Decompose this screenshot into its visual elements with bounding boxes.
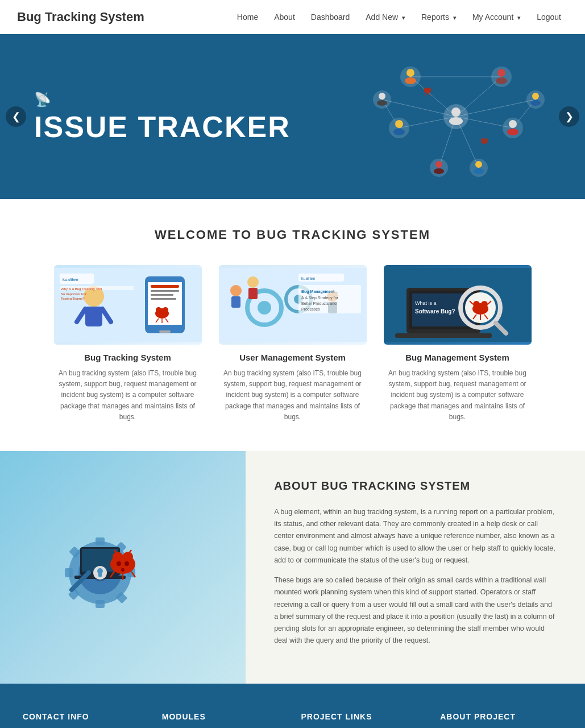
nav-link-about[interactable]: About xyxy=(267,8,302,26)
svg-point-15 xyxy=(406,69,414,77)
nav-item-about[interactable]: About xyxy=(267,8,302,26)
svg-point-45 xyxy=(484,138,488,142)
svg-rect-51 xyxy=(151,290,179,292)
svg-rect-78 xyxy=(248,288,258,299)
svg-rect-110 xyxy=(96,600,105,608)
about-image xyxy=(0,451,246,684)
nav-links: Home About Dashboard Add New ▾ Reports ▾… xyxy=(230,8,568,26)
svg-rect-49 xyxy=(159,330,171,333)
svg-rect-48 xyxy=(148,282,182,325)
nav-link-addnew[interactable]: Add New ▾ xyxy=(359,8,412,26)
svg-line-41 xyxy=(424,93,428,96)
svg-text:Testing Teams?: Testing Teams? xyxy=(61,297,85,300)
card-image-1: kualitee Why is a Bug Tracking Tool So I… xyxy=(54,265,202,345)
hero-content: 📡 ISSUE TRACKER xyxy=(0,69,327,164)
about-paragraph-2: These bugs are so called because of thei… xyxy=(274,574,557,647)
svg-point-121 xyxy=(113,552,123,562)
card-image-2: kualitee Bug Management – A 4-Step Strat… xyxy=(219,265,367,345)
nav-item-reports[interactable]: Reports ▾ xyxy=(414,8,463,26)
svg-rect-133 xyxy=(98,572,102,577)
card-illustration-3: What is a Software Bug? xyxy=(384,268,532,342)
svg-rect-91 xyxy=(395,333,492,338)
about-paragraph-1: A bug element, within an bug tracking sy… xyxy=(274,506,557,566)
svg-point-55 xyxy=(156,307,161,313)
svg-text:Processes: Processes xyxy=(301,307,320,311)
nav-item-account[interactable]: My Account ▾ xyxy=(466,8,528,26)
card-illustration-2: kualitee Bug Management – A 4-Step Strat… xyxy=(219,268,367,342)
svg-point-75 xyxy=(230,285,242,296)
svg-point-56 xyxy=(163,307,168,313)
svg-point-128 xyxy=(117,561,121,566)
footer-modules-heading: MODULES xyxy=(162,712,284,721)
svg-point-19 xyxy=(496,77,507,84)
svg-rect-109 xyxy=(96,537,105,545)
svg-point-72 xyxy=(258,301,271,315)
card-user-mgmt: kualitee Bug Management – A 4-Step Strat… xyxy=(219,265,367,423)
footer-about-project: ABOUT PROJECT A bug element, within an b… xyxy=(440,712,562,728)
welcome-heading: WELCOME TO BUG TRACKING SYSTEM xyxy=(17,228,568,242)
svg-text:Better Products and: Better Products and xyxy=(301,301,337,305)
svg-point-13 xyxy=(449,117,463,125)
about-heading: ABOUT BUG TRACKING SYSTEM xyxy=(274,479,557,493)
carousel-prev-button[interactable]: ❮ xyxy=(6,106,26,127)
nav-link-logout[interactable]: Logout xyxy=(530,8,568,26)
nav-item-logout[interactable]: Logout xyxy=(530,8,568,26)
hero-title: ISSUE TRACKER xyxy=(34,112,293,142)
footer-project-links: PROJECT LINKS Home About Us Contact Logi… xyxy=(301,712,424,728)
svg-point-18 xyxy=(497,69,505,77)
svg-rect-112 xyxy=(65,568,73,577)
card-desc-1: An bug tracking system (also ITS, troubl… xyxy=(54,368,202,423)
nav-item-addnew[interactable]: Add New ▾ xyxy=(359,8,412,26)
nav-link-account[interactable]: My Account ▾ xyxy=(466,8,528,26)
svg-text:kualitee: kualitee xyxy=(301,276,315,280)
card-title-3: Bug Management System xyxy=(384,353,532,362)
svg-point-129 xyxy=(125,561,129,566)
about-illustration xyxy=(60,516,185,618)
hero-illustration xyxy=(354,43,558,191)
card-title-1: Bug Tracking System xyxy=(54,353,202,362)
chevron-down-icon: ▾ xyxy=(402,14,405,21)
nav-link-reports[interactable]: Reports ▾ xyxy=(414,8,463,26)
card-bug-mgmt: What is a Software Bug? Bug Management S… xyxy=(384,265,532,423)
svg-point-34 xyxy=(377,100,387,106)
chevron-down-icon: ▾ xyxy=(517,14,521,21)
svg-point-77 xyxy=(247,276,259,288)
nav-item-home[interactable]: Home xyxy=(230,8,265,26)
svg-point-39 xyxy=(424,88,428,91)
footer-contact-heading: CONTACT INFO xyxy=(23,712,145,721)
svg-point-27 xyxy=(435,161,442,168)
svg-rect-61 xyxy=(85,307,102,326)
svg-point-40 xyxy=(428,88,431,91)
hero-image xyxy=(327,34,586,199)
brand-logo[interactable]: Bug Tracking System xyxy=(17,10,144,24)
svg-point-24 xyxy=(509,120,517,128)
svg-point-25 xyxy=(507,129,518,135)
svg-point-44 xyxy=(481,138,484,142)
footer-contact: CONTACT INFO ⌂ Address: No.XXXXXX street… xyxy=(23,712,145,728)
svg-text:Software Bug?: Software Bug? xyxy=(415,308,455,315)
svg-point-122 xyxy=(123,552,133,562)
nav-link-home[interactable]: Home xyxy=(230,8,265,26)
svg-point-37 xyxy=(530,100,541,106)
nav-link-dashboard[interactable]: Dashboard xyxy=(304,8,357,26)
svg-text:Bug Management –: Bug Management – xyxy=(301,289,338,294)
hero-banner: ❮ 📡 ISSUE TRACKER xyxy=(0,34,585,199)
svg-point-30 xyxy=(475,161,482,168)
svg-point-36 xyxy=(532,93,539,100)
svg-text:What is a: What is a xyxy=(415,300,437,306)
carousel-next-button[interactable]: ❯ xyxy=(559,106,579,127)
nav-item-dashboard[interactable]: Dashboard xyxy=(304,8,357,26)
svg-text:A 4-Step Strategy for: A 4-Step Strategy for xyxy=(301,296,339,300)
cards-row: kualitee Why is a Bug Tracking Tool So I… xyxy=(17,265,568,423)
svg-point-12 xyxy=(451,107,460,117)
svg-text:kualitee: kualitee xyxy=(63,277,78,282)
svg-point-33 xyxy=(379,93,385,100)
svg-point-97 xyxy=(481,301,488,308)
card-title-2: User Management System xyxy=(219,353,367,362)
welcome-section: WELCOME TO BUG TRACKING SYSTEM xyxy=(0,199,585,451)
footer-links-heading: PROJECT LINKS xyxy=(301,712,424,721)
card-bug-tracking: kualitee Why is a Bug Tracking Tool So I… xyxy=(54,265,202,423)
card-illustration-1: kualitee Why is a Bug Tracking Tool So I… xyxy=(54,268,202,342)
svg-point-31 xyxy=(474,168,484,174)
navbar: Bug Tracking System Home About Dashboard… xyxy=(0,0,585,34)
